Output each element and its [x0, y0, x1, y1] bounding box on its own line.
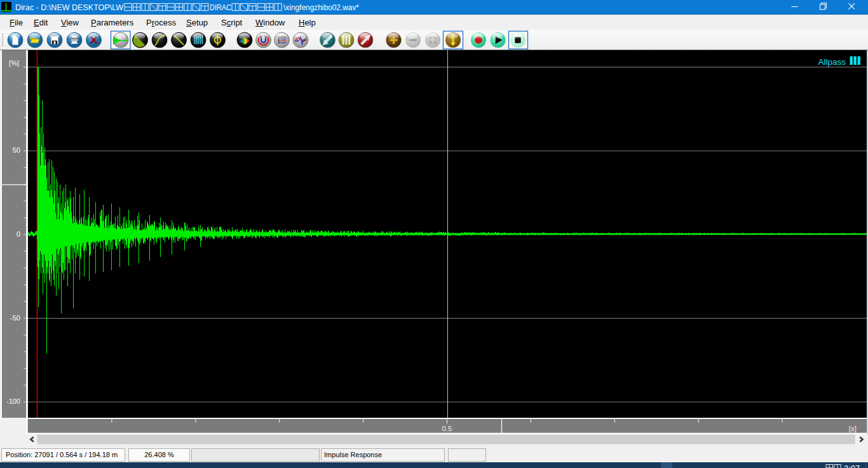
svg-text:50: 50 — [13, 146, 20, 154]
svg-text:\xingfengzhibo02.wav*: \xingfengzhibo02.wav* — [283, 3, 359, 12]
svg-text:DIRAC: DIRAC — [210, 3, 231, 12]
svg-text:-100: -100 — [6, 397, 20, 405]
svg-text:3:07: 3:07 — [844, 464, 860, 468]
svg-text:[s]: [s] — [849, 425, 857, 432]
svg-text:0.5: 0.5 — [442, 425, 452, 432]
svg-text:Dirac - D:\NEW DESKTOP\LW: Dirac - D:\NEW DESKTOP\LW — [15, 3, 123, 12]
svg-text:Allpass: Allpass — [818, 57, 846, 67]
svg-text:-50: -50 — [10, 314, 20, 322]
svg-text:[%]: [%] — [9, 59, 19, 67]
svg-text:0: 0 — [17, 230, 20, 238]
